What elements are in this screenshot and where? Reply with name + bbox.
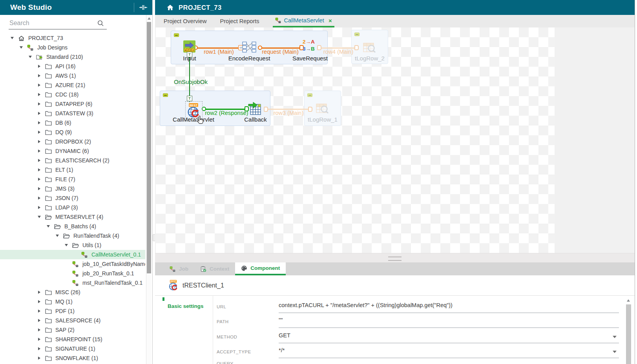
trigger-connector[interactable]: T bbox=[187, 96, 192, 101]
tab-project-overview[interactable]: Project Overview bbox=[164, 15, 207, 27]
tab-project-reports[interactable]: Project Reports bbox=[220, 15, 259, 27]
search-icon[interactable] bbox=[97, 20, 104, 27]
chevron-right-icon[interactable] bbox=[37, 186, 42, 191]
tree-item[interactable]: mst_RunTalendTask_0.1 bbox=[0, 278, 145, 288]
tab-job[interactable]: Job bbox=[164, 262, 194, 275]
tree-item[interactable]: job_20_RunTask_0.1 bbox=[0, 269, 145, 278]
tab-context[interactable]: Context bbox=[194, 262, 235, 275]
link-label-row4[interactable]: row4 (Main) bbox=[323, 49, 354, 55]
tree-item[interactable]: RunTalendTask (4) bbox=[0, 231, 145, 240]
connector-in-icon[interactable] bbox=[308, 107, 312, 112]
chevron-down-icon[interactable] bbox=[27, 54, 33, 60]
chevron-right-icon[interactable] bbox=[37, 308, 42, 314]
chevron-down-icon[interactable] bbox=[64, 242, 69, 248]
node-label-tlogrow2[interactable]: tLogRow_2 bbox=[355, 55, 385, 62]
tree-item[interactable]: LDAP (3) bbox=[0, 203, 145, 212]
connector-out-icon[interactable] bbox=[317, 45, 321, 50]
tree-item[interactable]: DATAPREP (6) bbox=[0, 99, 145, 109]
node-input-icon[interactable]: a23z bbox=[183, 40, 195, 53]
tree-item[interactable]: JMS (3) bbox=[0, 184, 145, 193]
chevron-down-icon[interactable] bbox=[55, 233, 60, 238]
scrollbar-thumb[interactable] bbox=[147, 22, 151, 273]
job-design-canvas[interactable]: OnSubjobOk row1 (Main) M request (Main) … bbox=[155, 27, 635, 253]
tree-item[interactable]: CallMetaServlet_0.1 bbox=[0, 250, 145, 259]
tree-item[interactable]: DATASTEW (3) bbox=[0, 109, 145, 118]
chevron-right-icon[interactable] bbox=[37, 111, 42, 116]
link-label-request[interactable]: request (Main) bbox=[259, 49, 302, 55]
node-saverequest-icon[interactable]: 2→A 3→B bbox=[303, 38, 315, 53]
node-tlogrow1-icon[interactable] bbox=[316, 102, 329, 115]
tree-item[interactable]: ELT (1) bbox=[0, 165, 145, 175]
chevron-right-icon[interactable] bbox=[37, 299, 42, 304]
scrollbar-thumb[interactable] bbox=[626, 304, 631, 364]
field-value-url[interactable]: context.pTACURL + "/metaServlet?" + ((St… bbox=[279, 302, 619, 313]
link-label-row1[interactable]: row1 (Main) bbox=[196, 49, 241, 55]
chevron-right-icon[interactable] bbox=[37, 355, 42, 361]
tree-item[interactable]: AWS (1) bbox=[0, 71, 145, 80]
field-value-path[interactable]: "" bbox=[279, 317, 619, 328]
scroll-up-icon[interactable] bbox=[148, 17, 151, 20]
splitter-handle-icon[interactable] bbox=[388, 257, 402, 261]
tree-item[interactable]: DROPBOX (2) bbox=[0, 137, 145, 146]
page-scrollbar[interactable] bbox=[635, 0, 637, 364]
node-label-callback[interactable]: Callback bbox=[244, 116, 267, 123]
tree-item[interactable]: AZURE (21) bbox=[0, 80, 145, 90]
chevron-right-icon[interactable] bbox=[37, 167, 42, 173]
chevron-right-icon[interactable] bbox=[37, 346, 42, 351]
tree-item[interactable]: SHAREPOINT (15) bbox=[0, 335, 145, 344]
chevron-right-icon[interactable] bbox=[37, 120, 42, 126]
tree-item[interactable]: SIGNATURE (1) bbox=[0, 344, 145, 353]
chevron-down-icon[interactable] bbox=[9, 35, 15, 41]
tree-item[interactable]: Utils (1) bbox=[0, 240, 145, 250]
node-encoderequest-icon[interactable] bbox=[242, 41, 256, 53]
tree-item[interactable]: Job Designs bbox=[0, 43, 145, 52]
subjob-collapse-icon[interactable] bbox=[307, 93, 312, 97]
chevron-right-icon[interactable] bbox=[37, 101, 42, 107]
chevron-right-icon[interactable] bbox=[37, 64, 42, 69]
subjob-collapse-icon[interactable] bbox=[174, 33, 179, 37]
tree-item[interactable]: SNOWFLAKE (1) bbox=[0, 353, 145, 363]
form-scrollbar[interactable] bbox=[626, 298, 631, 364]
chevron-right-icon[interactable] bbox=[37, 158, 42, 163]
chevron-right-icon[interactable] bbox=[37, 139, 42, 144]
tab-component[interactable]: Component bbox=[235, 262, 286, 275]
link-label-onsubjobok[interactable]: OnSubjobOk bbox=[174, 78, 208, 85]
node-label-callmetaservlet[interactable]: CallMetaServlet bbox=[173, 116, 214, 123]
nav-item-basic-settings[interactable]: Basic settings bbox=[168, 303, 213, 309]
tree-item[interactable]: DQ (9) bbox=[0, 127, 145, 137]
connector-out-icon[interactable] bbox=[264, 107, 268, 112]
panel-splitter[interactable] bbox=[155, 253, 635, 262]
tree-item[interactable]: SAP (2) bbox=[0, 325, 145, 335]
chevron-down-icon[interactable] bbox=[18, 45, 24, 50]
link-label-row3[interactable]: row3 (Main) bbox=[271, 110, 306, 116]
collapse-sidebar-icon[interactable] bbox=[134, 3, 148, 12]
close-tab-icon[interactable]: × bbox=[329, 17, 332, 24]
tree-item[interactable]: JSON (7) bbox=[0, 193, 145, 203]
tree-item[interactable]: MQ (1) bbox=[0, 297, 145, 306]
tree-item[interactable]: job_10_GetTaskIdByName... bbox=[0, 259, 145, 269]
node-callback-icon[interactable] bbox=[248, 100, 263, 115]
tree-item[interactable]: SALESFORCE (4) bbox=[0, 316, 145, 325]
node-label-input[interactable]: Input bbox=[183, 55, 196, 62]
dropdown-arrow-icon[interactable] bbox=[613, 351, 617, 353]
node-tlogrow2-icon[interactable] bbox=[363, 42, 376, 54]
node-label-tlogrow1[interactable]: tLogRow_1 bbox=[308, 116, 338, 123]
chevron-right-icon[interactable] bbox=[37, 205, 42, 210]
tree-item[interactable]: B_Batchs (4) bbox=[0, 222, 145, 231]
subjob-collapse-icon[interactable] bbox=[163, 93, 168, 97]
dropdown-arrow-icon[interactable] bbox=[613, 336, 617, 338]
node-label-saverequest[interactable]: SaveRequest bbox=[292, 55, 328, 62]
tree-item[interactable]: PDF (1) bbox=[0, 306, 145, 316]
chevron-right-icon[interactable] bbox=[37, 327, 42, 333]
tree-item[interactable]: ELASTICSEARCH (2) bbox=[0, 156, 145, 165]
subjob-collapse-icon[interactable] bbox=[354, 33, 360, 36]
link-label-row2[interactable]: row2 (Response) bbox=[202, 110, 251, 116]
chevron-right-icon[interactable] bbox=[37, 73, 42, 78]
chevron-right-icon[interactable] bbox=[37, 337, 42, 342]
tree-item[interactable]: MISC (26) bbox=[0, 288, 145, 297]
chevron-right-icon[interactable] bbox=[37, 129, 42, 135]
chevron-down-icon[interactable] bbox=[46, 224, 51, 229]
field-value-accept_type[interactable]: */* bbox=[279, 347, 619, 358]
sidebar-scrollbar[interactable] bbox=[146, 15, 151, 364]
chevron-right-icon[interactable] bbox=[37, 177, 42, 182]
